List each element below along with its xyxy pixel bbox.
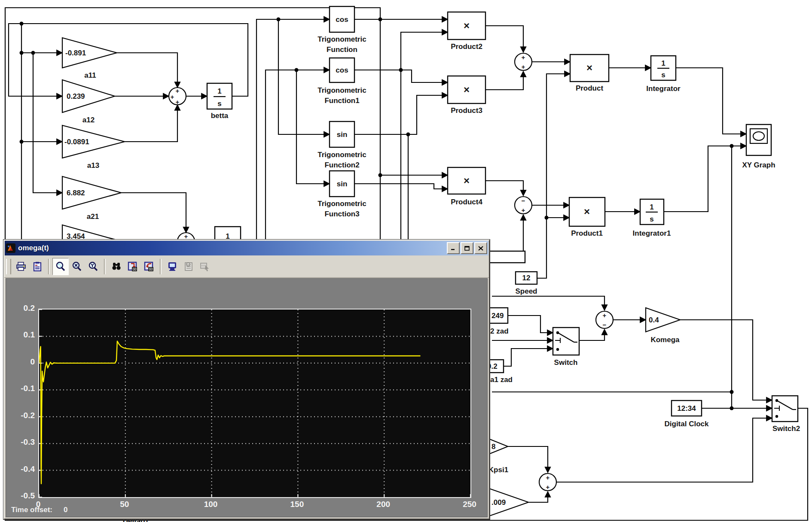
product-label: Product4: [451, 198, 482, 206]
time-offset: Time offset:0: [11, 506, 68, 514]
save-axes-button[interactable]: [125, 258, 141, 275]
y-tick-label: 0.1: [7, 330, 35, 340]
sum-sign: +: [176, 87, 180, 94]
trig-fn: sin: [337, 130, 348, 139]
gain-label: a13: [87, 161, 99, 170]
toolbar-grip[interactable]: [6, 259, 11, 274]
sum5[interactable]: + −: [596, 311, 613, 328]
restore-axes-button[interactable]: [141, 258, 157, 275]
minimize-icon: [451, 246, 456, 250]
block-product[interactable]: × Product: [570, 55, 609, 92]
block-switch[interactable]: Switch: [553, 328, 579, 367]
trig-label2: Function1: [324, 97, 359, 105]
y-tick-label: -0.3: [7, 437, 35, 447]
screen-icon: [167, 261, 178, 272]
block-speed[interactable]: 12 Speed: [515, 272, 537, 295]
block-switch2[interactable]: Switch2: [772, 396, 800, 433]
block-trig-function[interactable]: cos Trigonometric Function: [317, 6, 366, 54]
find-autoscale-button[interactable]: [108, 258, 125, 275]
close-button[interactable]: [474, 242, 487, 254]
const-value: 12:34: [677, 404, 696, 413]
const-label: Speed: [515, 287, 537, 295]
toolbar-separator: [104, 259, 106, 274]
sum6[interactable]: + +: [539, 473, 556, 491]
window-title: omega(t): [18, 244, 446, 252]
sum-sign: −: [522, 197, 525, 204]
minimize-button[interactable]: [447, 242, 460, 254]
print-icon: [15, 261, 27, 272]
trig-label: Trigonometric: [317, 151, 366, 159]
float-scope-button[interactable]: [197, 258, 213, 275]
int-num: 1: [661, 59, 665, 67]
block-integrator[interactable]: 1 s Integrator: [646, 56, 681, 93]
print-button[interactable]: [13, 258, 29, 275]
product-label: Product: [576, 84, 604, 92]
trig-label: Trigonometric: [317, 86, 366, 94]
sum-betta[interactable]: + + +: [169, 87, 186, 106]
switch-label: Switch: [554, 358, 578, 367]
block-trig-function3[interactable]: sin Trigonometric Function3: [317, 171, 366, 218]
sum3[interactable]: + +: [515, 53, 532, 70]
block-product1[interactable]: × Product1: [569, 197, 605, 237]
gain-009[interactable]: .009: [485, 487, 528, 517]
trig-fn: cos: [336, 15, 348, 24]
y-tick-label: -0.5: [7, 491, 35, 501]
const-label: Digital Clock: [665, 420, 709, 428]
binoculars-icon: [111, 261, 122, 272]
sum-sign: +: [603, 312, 607, 319]
trig-label2: Function: [327, 46, 357, 54]
const-value: 249: [491, 312, 504, 320]
gain-label: Komega: [650, 336, 680, 344]
scope-window-omega[interactable]: omega(t): [3, 240, 490, 519]
zoom-button[interactable]: [52, 258, 69, 275]
sum-sign: +: [522, 63, 525, 70]
zoom-y-button[interactable]: [85, 258, 101, 275]
block-trig-function2[interactable]: sin Trigonometric Function2: [317, 121, 366, 169]
sum4[interactable]: − +: [515, 197, 532, 214]
int-num: 1: [650, 203, 653, 211]
block-integrator-betta[interactable]: 1 s betta: [207, 83, 232, 120]
int-label: Integrator: [646, 85, 681, 93]
block-product2[interactable]: × Product2: [448, 12, 485, 51]
gain-a21[interactable]: 6.882 a21: [62, 176, 121, 221]
block-product4[interactable]: × Product4: [448, 167, 485, 206]
restore-axes-icon: [143, 261, 155, 272]
trig-label2: Function2: [324, 161, 359, 169]
block-xy-graph[interactable]: XY Graph: [742, 124, 775, 169]
maximize-button[interactable]: [461, 242, 473, 254]
gain-komega[interactable]: 0.4 Komega: [646, 308, 680, 344]
float-scope-icon: [199, 261, 211, 272]
int-den: s: [661, 71, 665, 79]
time-offset-label: Time offset:: [11, 506, 52, 514]
gain-a12[interactable]: 0.239 a12: [62, 80, 115, 124]
trig-fn: cos: [336, 66, 348, 74]
scope-trace: [39, 341, 421, 484]
gain-value: -0.891: [65, 49, 86, 57]
const-label: a1 zad: [490, 376, 513, 384]
zoom-x-button[interactable]: [69, 258, 85, 275]
scope-titlebar[interactable]: omega(t): [5, 241, 488, 255]
gain-a13[interactable]: -0.0891 a13: [62, 125, 125, 170]
plot-svg: [39, 310, 470, 497]
sum-sign: −: [603, 321, 607, 328]
switch-label: Switch2: [772, 425, 800, 433]
gain-label: Kpsi1: [488, 466, 508, 474]
screen-button[interactable]: [164, 258, 180, 275]
copy-button[interactable]: [29, 258, 46, 275]
print-preview-button[interactable]: [180, 258, 197, 275]
maximize-icon: [464, 246, 470, 251]
block-trig-function1[interactable]: cos Trigonometric Function1: [317, 58, 366, 105]
block-integrator1[interactable]: 1 s Integrator1: [633, 199, 671, 237]
x-tick-label: 200: [369, 500, 397, 509]
scope-toolbar: [4, 256, 489, 278]
block-product3[interactable]: × Product3: [448, 76, 485, 115]
product-symbol: ×: [464, 20, 470, 31]
gain-value: 0.4: [649, 316, 659, 324]
int-num: 1: [217, 87, 221, 95]
block-digital-clock[interactable]: 12:34 Digital Clock: [665, 401, 709, 428]
y-tick-label: 0: [7, 357, 35, 367]
time-offset-value: 0: [64, 506, 67, 514]
trig-label: Trigonometric: [317, 35, 366, 43]
gain-a11[interactable]: -0.891 a11: [62, 38, 117, 79]
sum-sign: +: [184, 233, 188, 240]
